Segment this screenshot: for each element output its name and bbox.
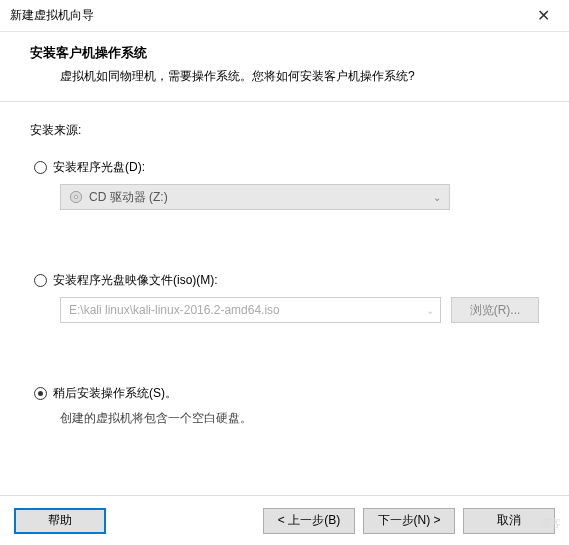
- iso-path-text: E:\kali linux\kali-linux-2016.2-amd64.is…: [69, 303, 280, 317]
- window-title: 新建虚拟机向导: [10, 7, 523, 24]
- next-button[interactable]: 下一步(N) >: [363, 508, 455, 534]
- wizard-content: 安装来源: 安装程序光盘(D): CD 驱动器 (Z:) ⌄ 安装程序光盘映像文…: [0, 102, 569, 495]
- cd-drive-dropdown[interactable]: CD 驱动器 (Z:) ⌄: [60, 184, 450, 210]
- install-later-description: 创建的虚拟机将包含一个空白硬盘。: [60, 410, 539, 427]
- radio-installer-disc[interactable]: [34, 161, 47, 174]
- wizard-footer: 帮助 < 上一步(B) 下一步(N) > 取消: [0, 495, 569, 545]
- radio-label-disc: 安装程序光盘(D):: [53, 159, 145, 176]
- header-description: 虚拟机如同物理机，需要操作系统。您将如何安装客户机操作系统?: [30, 68, 529, 85]
- svg-point-1: [74, 195, 77, 198]
- install-source-label: 安装来源:: [30, 122, 539, 139]
- cd-drive-label: CD 驱动器 (Z:): [89, 189, 168, 206]
- cancel-button[interactable]: 取消: [463, 508, 555, 534]
- chevron-down-icon: ⌄: [426, 305, 434, 316]
- browse-button[interactable]: 浏览(R)...: [451, 297, 539, 323]
- wizard-header: 安装客户机操作系统 虚拟机如同物理机，需要操作系统。您将如何安装客户机操作系统?: [0, 32, 569, 102]
- option-installer-disc: 安装程序光盘(D): CD 驱动器 (Z:) ⌄: [34, 159, 539, 210]
- help-button[interactable]: 帮助: [14, 508, 106, 534]
- close-icon: ✕: [537, 6, 550, 25]
- iso-path-field[interactable]: E:\kali linux\kali-linux-2016.2-amd64.is…: [60, 297, 441, 323]
- radio-iso-file[interactable]: [34, 274, 47, 287]
- option-install-later: 稍后安装操作系统(S)。 创建的虚拟机将包含一个空白硬盘。: [34, 385, 539, 427]
- titlebar: 新建虚拟机向导 ✕: [0, 0, 569, 32]
- radio-label-later: 稍后安装操作系统(S)。: [53, 385, 177, 402]
- chevron-down-icon: ⌄: [433, 192, 441, 203]
- close-button[interactable]: ✕: [523, 2, 563, 30]
- radio-install-later[interactable]: [34, 387, 47, 400]
- option-iso-file: 安装程序光盘映像文件(iso)(M): E:\kali linux\kali-l…: [34, 272, 539, 323]
- back-button[interactable]: < 上一步(B): [263, 508, 355, 534]
- radio-label-iso: 安装程序光盘映像文件(iso)(M):: [53, 272, 218, 289]
- header-title: 安装客户机操作系统: [30, 44, 529, 62]
- cd-icon: [69, 190, 83, 204]
